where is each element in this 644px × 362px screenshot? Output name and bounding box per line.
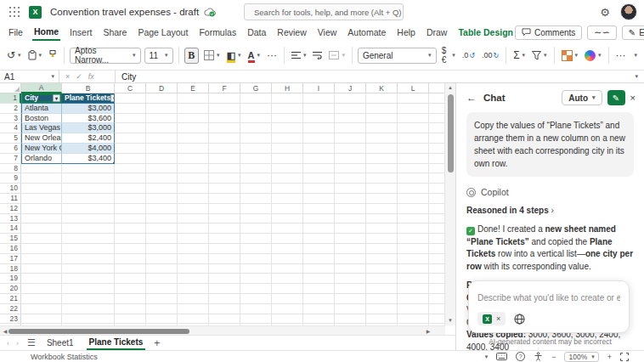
cell-D12[interactable] xyxy=(146,204,178,214)
cell-A9[interactable] xyxy=(21,173,62,184)
cell-F6[interactable] xyxy=(209,144,240,154)
cell-H12[interactable] xyxy=(272,204,303,214)
cell-K15[interactable] xyxy=(366,234,398,244)
insert-function-button[interactable]: fx xyxy=(88,72,94,81)
cell-C14[interactable] xyxy=(115,223,146,234)
cell-partial[interactable] xyxy=(429,184,445,194)
font-name-select[interactable]: Aptos Narrow...▾ xyxy=(70,48,141,64)
vertical-scrollbar[interactable]: ▲ ▼ xyxy=(444,83,455,325)
cell-K18[interactable] xyxy=(366,264,398,274)
paste-button[interactable]: ▾ xyxy=(26,48,44,62)
cell-J3[interactable] xyxy=(335,114,366,124)
cell-E16[interactable] xyxy=(178,244,209,254)
cell-H18[interactable] xyxy=(272,264,303,274)
cell-H3[interactable] xyxy=(272,114,303,124)
cell-A14[interactable] xyxy=(21,223,62,234)
cell-E15[interactable] xyxy=(178,234,209,244)
cell-B15[interactable] xyxy=(62,234,115,244)
cell-B12[interactable] xyxy=(62,204,115,214)
cell-B9[interactable] xyxy=(62,173,115,184)
cell-D15[interactable] xyxy=(146,234,178,244)
cell-K22[interactable] xyxy=(366,304,398,314)
cell-B4[interactable]: $3,000 xyxy=(62,123,115,133)
cell-K4[interactable] xyxy=(366,123,398,133)
cell-B14[interactable] xyxy=(62,223,115,234)
cell-G3[interactable] xyxy=(240,114,272,124)
cell-G4[interactable] xyxy=(240,123,272,133)
cell-A7[interactable]: Orlando xyxy=(21,154,62,164)
cell-A15[interactable] xyxy=(21,234,62,244)
back-arrow-icon[interactable]: ← xyxy=(466,92,477,104)
formula-input[interactable]: City xyxy=(116,71,627,82)
cell-partial[interactable] xyxy=(429,114,445,124)
cell-L8[interactable] xyxy=(398,164,429,174)
cell-G15[interactable] xyxy=(240,234,272,244)
column-header-e[interactable]: E xyxy=(178,83,209,93)
column-header-l[interactable]: L xyxy=(398,83,429,93)
cell-J14[interactable] xyxy=(335,223,366,234)
cell-H5[interactable] xyxy=(272,133,303,144)
cell-F22[interactable] xyxy=(209,304,240,314)
cell-F21[interactable] xyxy=(209,294,240,304)
row-header-14[interactable]: 14 xyxy=(0,223,21,234)
cell-F17[interactable] xyxy=(209,254,240,264)
cell-E14[interactable] xyxy=(178,223,209,234)
sheet-tab-sheet1[interactable]: Sheet1 xyxy=(44,337,76,349)
cell-H1[interactable] xyxy=(272,93,303,104)
cell-B13[interactable] xyxy=(62,214,115,224)
cell-H13[interactable] xyxy=(272,214,303,224)
cell-H7[interactable] xyxy=(272,154,303,164)
decrease-decimal-button[interactable]: .0↺ xyxy=(460,49,477,61)
cell-D8[interactable] xyxy=(146,164,178,174)
cell-J1[interactable] xyxy=(335,93,366,104)
cell-H9[interactable] xyxy=(272,173,303,184)
cell-partial[interactable] xyxy=(429,254,445,264)
cell-D20[interactable] xyxy=(146,284,178,294)
name-box[interactable]: A1▾ xyxy=(0,71,59,82)
cell-D10[interactable] xyxy=(146,184,178,194)
cell-C17[interactable] xyxy=(115,254,146,264)
cell-E12[interactable] xyxy=(178,204,209,214)
cell-B1[interactable]: Plane Tickets▾ xyxy=(62,93,115,104)
cell-A10[interactable] xyxy=(21,184,62,194)
workbook-statistics-button[interactable]: Workbook Statistics xyxy=(31,353,98,361)
cell-J9[interactable] xyxy=(335,173,366,184)
cell-G19[interactable] xyxy=(240,274,272,284)
cell-partial[interactable] xyxy=(429,164,445,174)
merge-cells-button[interactable]: ▾ xyxy=(327,49,347,61)
cell-E6[interactable] xyxy=(178,144,209,154)
cell-J11[interactable] xyxy=(335,194,366,204)
cell-J16[interactable] xyxy=(335,244,366,254)
cell-I2[interactable] xyxy=(303,104,335,114)
cell-J8[interactable] xyxy=(335,164,366,174)
cell-I10[interactable] xyxy=(303,184,335,194)
cell-H16[interactable] xyxy=(272,244,303,254)
cell-C6[interactable] xyxy=(115,144,146,154)
menu-tab-home[interactable]: Home xyxy=(32,25,60,41)
cell-C8[interactable] xyxy=(115,164,146,174)
cell-C3[interactable] xyxy=(115,114,146,124)
cell-K13[interactable] xyxy=(366,214,398,224)
cell-H10[interactable] xyxy=(272,184,303,194)
column-header-j[interactable]: J xyxy=(335,83,366,93)
currency-format-button[interactable]: $€▾ xyxy=(440,44,457,66)
cell-D5[interactable] xyxy=(146,133,178,144)
cell-B7[interactable]: $3,400 xyxy=(62,154,115,164)
column-header-i[interactable]: I xyxy=(303,83,335,93)
undo-button[interactable]: ↺▾ xyxy=(5,48,23,63)
row-header-8[interactable]: 8 xyxy=(0,164,21,174)
cell-B5[interactable]: $2,400 xyxy=(62,133,115,144)
cell-J6[interactable] xyxy=(335,144,366,154)
cell-B11[interactable] xyxy=(62,194,115,204)
cell-D17[interactable] xyxy=(146,254,178,264)
cell-I11[interactable] xyxy=(303,194,335,204)
font-color-button[interactable]: A▾ xyxy=(246,49,262,62)
new-chat-button[interactable]: ✎ xyxy=(607,90,625,105)
cell-B18[interactable] xyxy=(62,264,115,274)
menu-tab-file[interactable]: File xyxy=(7,25,25,40)
cell-K12[interactable] xyxy=(366,204,398,214)
zoom-in-icon[interactable]: + xyxy=(607,353,612,361)
cell-partial[interactable] xyxy=(429,223,445,234)
cell-K2[interactable] xyxy=(366,104,398,114)
cell-D23[interactable] xyxy=(146,314,178,325)
